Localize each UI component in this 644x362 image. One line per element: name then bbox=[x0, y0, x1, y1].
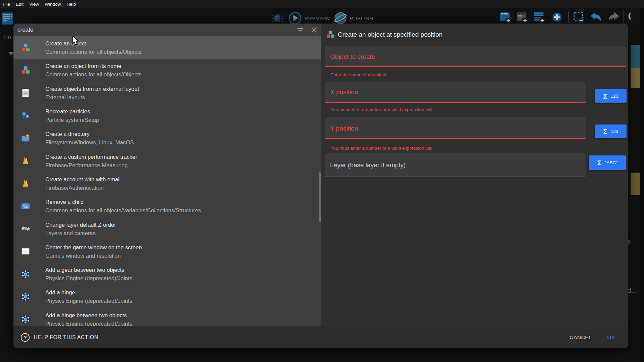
action-result-row[interactable]: Center the game window on the screenGame… bbox=[13, 240, 321, 263]
add-external-events-icon[interactable] bbox=[533, 11, 547, 25]
preview-button[interactable]: PREVIEW bbox=[305, 15, 330, 22]
menu-edit[interactable]: Edit bbox=[16, 2, 24, 7]
action-subtitle: Physics Engine (deprecated)/Joints bbox=[45, 275, 132, 282]
action-subtitle: Physics Engine (deprecated)/Joints bbox=[45, 297, 132, 304]
action-title: Add a hinge between two objects bbox=[45, 312, 132, 319]
action-subtitle: Filesystem/Windows, Linux, MacOS bbox=[45, 139, 134, 146]
help-icon: ? bbox=[21, 333, 30, 342]
expression-type-label: 123 bbox=[611, 129, 618, 134]
action-title: Center the game window on the screen bbox=[45, 244, 142, 251]
add-extension-icon[interactable] bbox=[550, 11, 564, 25]
y-position-error: You must enter a number or a valid expre… bbox=[330, 146, 433, 151]
action-result-row[interactable]: Add a hinge between two objectsPhysics E… bbox=[13, 308, 321, 326]
menu-view[interactable]: View bbox=[29, 2, 39, 7]
var-icon: Var bbox=[21, 202, 30, 211]
action-result-row[interactable]: Create an objectCommon actions for all o… bbox=[13, 36, 321, 59]
action-title: Create an object bbox=[45, 40, 142, 47]
strip-teal-block bbox=[631, 45, 640, 68]
layer-label: Layer (base layer if empty) bbox=[330, 161, 406, 169]
x-position-expression-button[interactable]: Σ 123 bbox=[595, 89, 627, 103]
action-result-row[interactable]: Create objects from an external layoutEx… bbox=[13, 82, 321, 104]
action-subtitle: Physics Engine (deprecated)/Joints bbox=[45, 320, 132, 326]
action-title: Add a gear between two objects bbox=[45, 266, 132, 274]
y-position-label: Y position bbox=[330, 125, 358, 132]
sigma-icon: Σ bbox=[597, 159, 602, 166]
x-position-input[interactable]: X position bbox=[325, 82, 586, 103]
dialog-footer: ? HELP FOR THIS ACTION CANCEL OK bbox=[13, 326, 628, 348]
object-to-create-error: Enter the name of an object. bbox=[330, 72, 388, 77]
menu-bar: File Edit View Window Help bbox=[0, 0, 644, 8]
action-title: Create objects from an external layout bbox=[45, 85, 139, 93]
physics-icon bbox=[21, 269, 30, 279]
search-input[interactable]: create bbox=[13, 27, 33, 33]
action-subtitle: Game's window and resolution bbox=[45, 252, 142, 259]
debug-icon[interactable] bbox=[271, 13, 284, 24]
ok-button[interactable]: OK bbox=[607, 334, 615, 340]
close-icon[interactable] bbox=[311, 27, 318, 33]
action-title: Add a hinge bbox=[45, 289, 132, 296]
action-subtitle: Firebase/Authentication bbox=[45, 184, 121, 191]
undo-icon[interactable] bbox=[589, 11, 603, 24]
remove-selection-icon[interactable] bbox=[572, 11, 586, 25]
home-tab-fragment: Ho bbox=[3, 34, 11, 41]
action-search-panel: create Create an objectCommon actions fo… bbox=[13, 24, 321, 326]
add-external-layout-icon[interactable] bbox=[516, 11, 529, 25]
action-results-list: Create an objectCommon actions for all o… bbox=[13, 36, 321, 326]
objects-icon bbox=[21, 43, 30, 52]
firebase-icon bbox=[21, 156, 30, 166]
publish-globe-icon[interactable] bbox=[333, 11, 348, 25]
x-position-error: You must enter a number or a valid expre… bbox=[330, 107, 433, 112]
add-scene-icon[interactable] bbox=[499, 11, 513, 25]
action-result-row[interactable]: Create account with with emailFirebase/A… bbox=[13, 172, 321, 195]
redo-icon[interactable] bbox=[606, 11, 621, 24]
action-result-row[interactable]: Create a custom performance trackerFireb… bbox=[13, 149, 321, 172]
folder-icon bbox=[21, 134, 30, 143]
sigma-icon: Σ bbox=[603, 93, 607, 100]
action-result-row[interactable]: VarRemove a childCommon actions for all … bbox=[13, 195, 321, 217]
action-detail-title: Create an object at specified position bbox=[338, 31, 443, 38]
firebase-icon bbox=[21, 179, 30, 188]
filter-icon[interactable] bbox=[297, 27, 304, 33]
menu-file[interactable]: File bbox=[3, 2, 10, 7]
publish-button[interactable]: PUBLISH bbox=[350, 15, 373, 22]
help-for-this-action-button[interactable]: ? HELP FOR THIS ACTION bbox=[21, 333, 98, 342]
layer-expression-button[interactable]: Σ "ABC" bbox=[589, 155, 626, 170]
objects-icon bbox=[21, 66, 30, 75]
action-subtitle: Common actions for all objects/Variables… bbox=[45, 207, 201, 214]
layer-input[interactable]: Layer (base layer if empty) bbox=[325, 153, 586, 177]
objects-icon bbox=[326, 30, 335, 39]
action-result-row[interactable]: Create a directoryFilesystem/Windows, Li… bbox=[13, 127, 321, 149]
strip-gold-block bbox=[631, 173, 640, 195]
action-title: Create an object from its name bbox=[45, 62, 142, 70]
action-result-row[interactable]: Add a hingePhysics Engine (deprecated)/J… bbox=[13, 285, 321, 308]
menu-help[interactable]: Help bbox=[67, 2, 76, 7]
action-subtitle: Layers and cameras bbox=[45, 229, 116, 237]
sigma-icon: Σ bbox=[603, 128, 607, 135]
menu-window[interactable]: Window bbox=[45, 2, 61, 7]
strip-gold-block bbox=[631, 68, 640, 88]
y-position-expression-button[interactable]: Σ 123 bbox=[595, 124, 627, 138]
action-detail-panel: Create an object at specified position O… bbox=[321, 24, 628, 326]
y-position-input[interactable]: Y position bbox=[325, 117, 586, 139]
action-result-row[interactable]: Add a gear between two objectsPhysics En… bbox=[13, 263, 321, 285]
toolbar-separator bbox=[623, 11, 624, 23]
x-position-label: X position bbox=[330, 88, 358, 96]
layers-icon bbox=[21, 224, 30, 233]
action-subtitle: Common actions for all objects/Objects bbox=[45, 48, 142, 56]
list-scrollbar[interactable] bbox=[319, 172, 321, 222]
background-panel-strip bbox=[631, 8, 640, 362]
screen-right-edge bbox=[640, 8, 644, 362]
cancel-button[interactable]: CANCEL bbox=[570, 334, 592, 340]
action-result-row[interactable]: Create an object from its nameCommon act… bbox=[13, 59, 321, 81]
action-title: Create a custom performance tracker bbox=[45, 153, 137, 160]
screen: File Edit View Window Help bbox=[0, 0, 644, 362]
action-subtitle: External layouts bbox=[45, 94, 139, 101]
project-manager-icon[interactable] bbox=[2, 12, 13, 25]
action-result-row[interactable]: Recreate particlesParticle system/Setup bbox=[13, 104, 321, 127]
object-to-create-label: Object to create bbox=[330, 53, 375, 61]
action-result-row[interactable]: Change layer default Z orderLayers and c… bbox=[13, 217, 321, 240]
action-title: Create account with with email bbox=[45, 176, 121, 183]
particles-icon bbox=[21, 111, 30, 120]
play-icon[interactable] bbox=[288, 11, 302, 25]
object-to-create-input[interactable]: Object to create bbox=[325, 46, 626, 67]
